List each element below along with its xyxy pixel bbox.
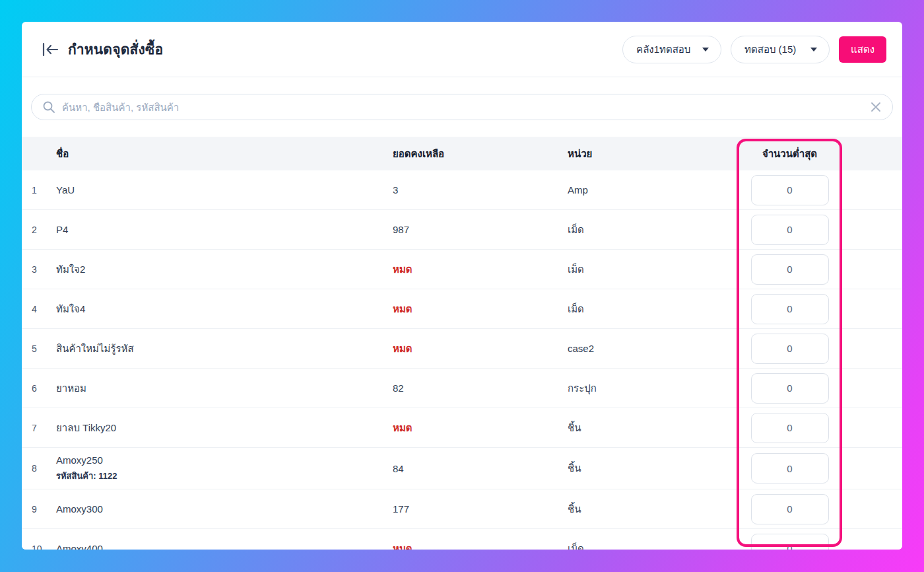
filter-dropdown-value: ทดสอบ (15) [744, 42, 796, 57]
product-code: รหัสสินค้า: 1122 [56, 469, 393, 483]
row-index: 1 [22, 185, 56, 196]
product-name: Amoxy250 [56, 454, 393, 467]
product-name: ยาลบ Tikky20 [56, 421, 393, 435]
stock-balance: 3 [393, 184, 568, 196]
search-bar[interactable] [31, 94, 893, 120]
chevron-down-icon [702, 48, 709, 52]
table-header-row: ชื่อ ยอดคงเหลือ หน่วย จำนวนต่ำสุด [22, 137, 902, 170]
product-name: P4 [56, 223, 393, 236]
card-header: กำหนดจุดสั่งซื้อ คลัง1ทดสอบ ทดสอบ (15) แ… [22, 22, 902, 77]
row-index: 7 [22, 423, 56, 433]
row-index: 10 [22, 544, 56, 550]
warehouse-dropdown[interactable]: คลัง1ทดสอบ [622, 36, 721, 63]
unit: Amp [568, 184, 739, 196]
row-index: 5 [22, 343, 56, 354]
search-icon [42, 100, 55, 114]
stock-balance: หมด [393, 262, 568, 277]
table-row: 8 Amoxy250 รหัสสินค้า: 1122 84 ชิ้น [22, 448, 902, 489]
stock-balance: หมด [393, 301, 568, 317]
min-qty-input[interactable] [751, 254, 829, 285]
table-row: 5 สินค้าใหม่ไม่รู้รหัส หมด case2 [22, 329, 902, 369]
stock-balance: 84 [393, 463, 568, 474]
table-body: 1 YaU 3 Amp 2 P4 987 เม็ด 3 ทัมใจ2 หมด เ… [22, 170, 902, 550]
min-qty-input[interactable] [751, 294, 829, 324]
page-background: กำหนดจุดสั่งซื้อ คลัง1ทดสอบ ทดสอบ (15) แ… [0, 0, 924, 572]
table-row: 9 Amoxy300 177 ชิ้น [22, 489, 902, 529]
min-qty-input[interactable] [751, 175, 829, 205]
stock-balance: หมด [393, 420, 568, 436]
unit: เม็ด [568, 301, 739, 317]
main-card: กำหนดจุดสั่งซื้อ คลัง1ทดสอบ ทดสอบ (15) แ… [22, 22, 902, 550]
product-name: ทัมใจ4 [56, 303, 393, 316]
product-name: Amoxy400 [56, 542, 393, 550]
min-qty-input[interactable] [751, 453, 829, 483]
table-row: 1 YaU 3 Amp [22, 170, 902, 210]
min-qty-input[interactable] [751, 334, 829, 364]
column-header-unit: หน่วย [568, 146, 739, 162]
unit: กระปุก [568, 380, 739, 396]
page-title: กำหนดจุดสั่งซื้อ [68, 38, 163, 60]
warehouse-dropdown-value: คลัง1ทดสอบ [636, 42, 690, 57]
chevron-down-icon [810, 48, 817, 52]
stock-balance: 987 [393, 224, 568, 235]
unit: ชิ้น [568, 501, 739, 517]
filter-dropdown[interactable]: ทดสอบ (15) [731, 36, 830, 63]
product-name: ทัมใจ2 [56, 263, 393, 276]
unit: case2 [568, 343, 739, 354]
product-name: ยาหอม [56, 382, 393, 395]
min-qty-input[interactable] [751, 534, 829, 550]
unit: เม็ด [568, 541, 739, 550]
product-name: Amoxy300 [56, 503, 393, 516]
product-name: YaU [56, 184, 393, 197]
unit: ชิ้น [568, 460, 739, 476]
stock-balance: หมด [393, 341, 568, 357]
search-input[interactable] [62, 102, 863, 113]
min-qty-input[interactable] [751, 373, 829, 404]
clear-search-icon[interactable] [870, 101, 882, 113]
unit: เม็ด [568, 222, 739, 238]
min-qty-input[interactable] [751, 494, 829, 524]
row-index: 8 [22, 463, 56, 474]
collapse-panel-icon[interactable] [42, 42, 59, 57]
table-row: 10 Amoxy400 หมด เม็ด [22, 529, 902, 550]
min-qty-input[interactable] [751, 215, 829, 245]
row-index: 2 [22, 225, 56, 235]
search-section [22, 77, 902, 137]
min-qty-input[interactable] [751, 413, 829, 443]
table-row: 6 ยาหอม 82 กระปุก [22, 369, 902, 408]
table-row: 3 ทัมใจ2 หมด เม็ด [22, 250, 902, 289]
row-index: 4 [22, 304, 56, 314]
unit: เม็ด [568, 262, 739, 277]
product-name: สินค้าใหม่ไม่รู้รหัส [56, 342, 393, 355]
column-header-min-qty: จำนวนต่ำสุด [739, 146, 840, 162]
row-index: 6 [22, 383, 56, 394]
row-index: 9 [22, 504, 56, 515]
column-header-balance: ยอดคงเหลือ [393, 146, 568, 162]
products-table: ชื่อ ยอดคงเหลือ หน่วย จำนวนต่ำสุด 1 YaU … [22, 137, 902, 550]
unit: ชิ้น [568, 420, 739, 436]
table-row: 2 P4 987 เม็ด [22, 210, 902, 250]
table-row: 4 ทัมใจ4 หมด เม็ด [22, 289, 902, 329]
stock-balance: 82 [393, 382, 568, 394]
column-header-name: ชื่อ [56, 146, 393, 162]
table-row: 7 ยาลบ Tikky20 หมด ชิ้น [22, 408, 902, 448]
stock-balance: หมด [393, 541, 568, 550]
row-index: 3 [22, 264, 56, 275]
show-button[interactable]: แสดง [839, 36, 886, 63]
stock-balance: 177 [393, 503, 568, 515]
